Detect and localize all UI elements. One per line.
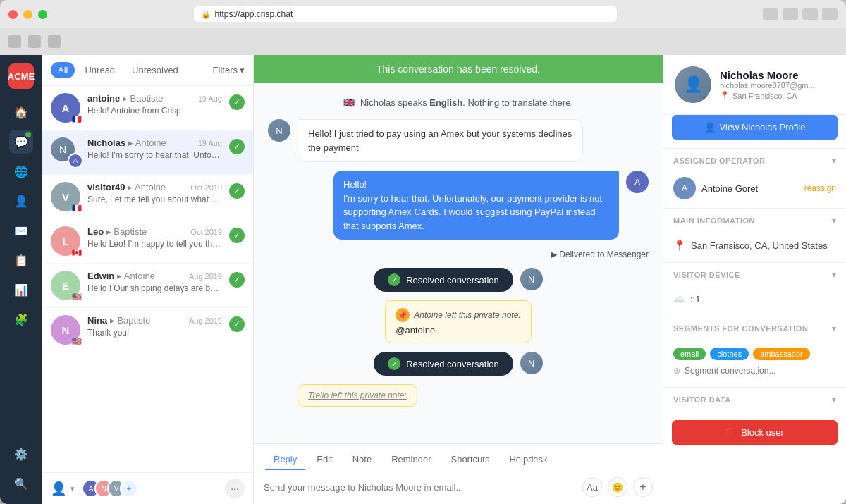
segments-header[interactable]: SEGMENTS FOR CONVERSATION ▾ [663,316,846,340]
tab-helpdesk[interactable]: Helpdesk [501,450,556,470]
segment-input[interactable] [685,366,836,376]
forward-btn[interactable] [28,35,41,48]
block-user-btn[interactable]: 🚫 Block user [672,420,838,445]
main-info-header[interactable]: MAIN INFORMATION ▾ [663,209,846,233]
segment-tag[interactable]: ambassador [753,348,810,360]
right-panel: 👤 🇺🇸 Nicholas Moore nicholas.moore8787@g… [663,55,846,504]
add-attachment-btn[interactable]: + [633,477,653,497]
conv-resolved-check: ✓ [229,94,245,110]
sidebar-icon-contacts[interactable]: 👤 [9,189,33,213]
tab-all[interactable]: All [51,62,75,78]
conv-list-footer: 👤 ▾ A N V + ··· [42,472,253,504]
resolved-banner-text: This conversation has been resolved. [376,63,540,75]
conv-item[interactable]: V 🇫🇷 visitor49 ▸ Antoine Oct 2019 Sure, … [42,175,253,219]
sidebar-icon-chat[interactable]: 💬 [9,130,33,154]
sidebar-icon-globe[interactable]: 🌐 [9,159,33,183]
conv-preview: Hello! I'm sorry to hear that. Unfortuna… [87,150,222,160]
sidebar-icon-search[interactable]: 🔍 [9,472,33,496]
private-note-row: 📌 Antoine left this private note: @antoi… [268,300,649,343]
private-note-header: 📌 Antoine left this private note: [396,308,520,322]
person-icon: 👤 [704,122,716,133]
visitor-data-header[interactable]: VISITOR DATA ▾ [663,388,846,412]
view-profile-label: View Nicholas Profile [720,122,806,133]
toolbar-icon [763,8,778,20]
refresh-btn[interactable] [48,35,61,48]
profile-avatar: 👤 🇺🇸 [675,66,711,103]
tab-edit[interactable]: Edit [308,450,341,470]
conversation-items: A 🇫🇷 antoine ▸ Baptiste 19 Aug Hello! An… [42,86,253,472]
avatar: N 🇺🇸 [51,315,80,345]
conv-item[interactable]: E 🇺🇸 Edwin ▸ Antoine Aug 2019 Hello ! Ou… [42,264,253,308]
contacts-icon: 👤 [14,195,28,208]
maximize-window-btn[interactable] [38,10,47,19]
user-icon-btn[interactable]: 👤 ▾ [51,481,75,496]
sidebar-icon-home[interactable]: 🏠 [9,100,33,124]
conv-item[interactable]: N 🇺🇸 Nina ▸ Baptiste Aug 2019 Thank you!… [42,308,253,352]
tab-shortcuts[interactable]: Shortcuts [442,450,498,470]
device-row: ☁️ ::1 [673,291,836,307]
add-segment-row[interactable]: ⊕ [673,363,836,379]
conv-date: 19 Aug [198,139,222,147]
assigned-operator-section: ASSIGNED OPERATOR ▾ A Antoine Goret reas… [663,148,846,208]
main-info-body: 📍 San Fransisco, CA, United States [663,233,846,262]
address-bar[interactable]: 🔒 https://app.crisp.chat [194,6,617,22]
conv-preview: Sure, Let me tell you about what we offe… [87,195,222,204]
footer-more-btn[interactable]: ··· [225,479,245,498]
conv-item[interactable]: A 🇫🇷 antoine ▸ Baptiste 19 Aug Hello! An… [42,86,253,130]
conv-resolved-check: ✓ [229,139,245,154]
conv-header: antoine ▸ Baptiste 19 Aug [87,93,222,104]
lang-notice-text: Nicholas speaks English. Nothing to tran… [360,97,573,108]
avatar: L 🇨🇦 [51,226,80,256]
chevron-down-icon: ▾ [240,65,245,75]
sidebar-icon-plugins[interactable]: 🧩 [9,307,33,331]
sidebar-icon-campaigns[interactable]: ✉️ [9,219,33,242]
visitor-device-header[interactable]: VISITOR DEVICE ▾ [663,263,846,287]
tab-note[interactable]: Note [344,450,380,470]
segment-tag[interactable]: clothes [710,348,749,360]
tab-unresolved[interactable]: Unresolved [125,62,185,78]
view-profile-btn[interactable]: 👤 View Nicholas Profile [672,115,838,140]
visitor-device-section: VISITOR DEVICE ▾ ☁️ ::1 [663,262,846,316]
flag-icon: 🇫🇷 [72,115,82,124]
search-icon: 🔍 [14,477,28,491]
tab-reminder[interactable]: Reminder [383,450,439,470]
text-format-btn[interactable]: Aa [582,477,602,497]
reassign-link[interactable]: reassign [804,183,836,193]
visitor-data-title: VISITOR DATA [673,395,731,404]
resolved-text: Resolved conversation [406,275,499,285]
footer-more-avatars: + [120,479,138,498]
conv-item[interactable]: N A Nicholas ▸ Antoine 19 Aug Hello! I'm… [42,130,253,175]
segment-tag[interactable]: email [673,348,706,360]
lang-notice: 🇬🇧 Nicholas speaks English. Nothing to t… [268,94,649,111]
filters-btn[interactable]: Filters ▾ [213,65,245,75]
docs-icon: 📋 [14,254,28,267]
conv-header: visitor49 ▸ Antoine Oct 2019 [87,182,222,192]
back-btn[interactable] [8,35,21,48]
message-text: Hello!I'm sorry to hear that. Unfortunat… [343,179,602,231]
sidebar-icon-docs[interactable]: 📋 [9,248,33,272]
tab-reply[interactable]: Reply [265,450,305,470]
sidebar-icon-analytics[interactable]: 📊 [9,278,33,302]
delivery-info: ▶ Delivered to Messenger [268,250,649,259]
resolved-avatar: N [520,268,543,290]
private-note: 📌 Antoine left this private note: @antoi… [385,300,531,343]
check-circle-icon: ✓ [229,316,245,332]
reply-bar: Reply Edit Note Reminder Shortcuts Helpd… [254,443,663,504]
campaigns-icon: ✉️ [14,224,28,238]
assigned-operator-body: A Antoine Goret reassign [663,173,846,208]
assigned-operator-header[interactable]: ASSIGNED OPERATOR ▾ [663,149,846,173]
emoji-btn[interactable]: 🙂 [608,477,627,497]
close-window-btn[interactable] [8,10,18,19]
conv-body: Leo ▸ Baptiste Oct 2019 Hello Leo! I'm h… [87,226,222,249]
titlebar: 🔒 https://app.crisp.chat [0,0,846,28]
minimize-window-btn[interactable] [23,10,32,19]
tab-unread[interactable]: Unread [78,62,122,78]
conv-item[interactable]: L 🇨🇦 Leo ▸ Baptiste Oct 2019 Hello Leo! … [42,219,253,264]
sidebar-icon-settings[interactable]: ⚙️ [9,442,33,466]
conversation-list: All Unread Unresolved Filters ▾ A 🇫🇷 [42,55,254,504]
conv-resolved-check: ✓ [229,228,245,243]
message-text: Hello! I just tried to pay using an Amex… [308,128,572,153]
location-text: San Fransisco, CA [732,92,797,100]
segments-body: email clothes ambassador ⊕ [663,340,846,387]
reply-input[interactable] [264,482,575,493]
